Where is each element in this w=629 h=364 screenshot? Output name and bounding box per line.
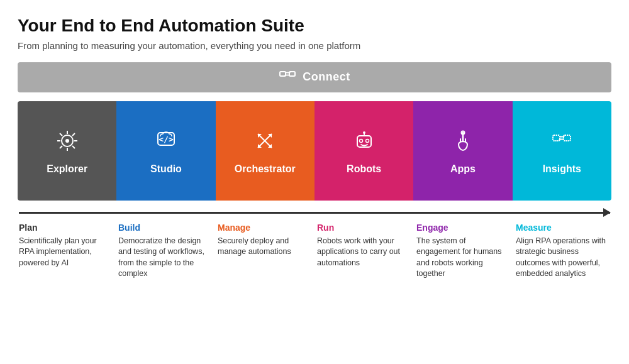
tile-studio-label: Studio bbox=[150, 163, 182, 175]
connect-label: Connect bbox=[303, 70, 350, 84]
svg-point-28 bbox=[365, 140, 369, 143]
connect-bar: Connect bbox=[18, 62, 611, 92]
svg-line-12 bbox=[60, 133, 62, 136]
desc-plan: Plan Scientifically plan your RPA implem… bbox=[18, 223, 114, 280]
desc-build-text: Democratize the design and testing of wo… bbox=[118, 236, 209, 280]
descriptions-row: Plan Scientifically plan your RPA implem… bbox=[18, 223, 611, 280]
svg-rect-0 bbox=[280, 72, 286, 76]
tile-apps-label: Apps bbox=[450, 163, 476, 175]
tiles-row: Explorer </> Studio bbox=[18, 101, 611, 201]
desc-plan-text: Scientifically plan your RPA implementat… bbox=[19, 236, 110, 269]
tile-orchestrator[interactable]: Orchestrator bbox=[216, 101, 314, 201]
svg-line-13 bbox=[72, 133, 75, 136]
desc-engage: Engage The system of engagement for huma… bbox=[413, 223, 512, 280]
svg-rect-33 bbox=[564, 135, 571, 141]
studio-icon: </> bbox=[153, 128, 179, 157]
arrow-row bbox=[18, 212, 611, 214]
tile-studio[interactable]: </> Studio bbox=[116, 101, 215, 201]
desc-manage-text: Securely deploy and manage automations bbox=[218, 236, 309, 258]
orchestrator-icon bbox=[252, 128, 278, 157]
robots-icon bbox=[351, 128, 377, 157]
connect-icon bbox=[279, 67, 296, 88]
tile-robots-label: Robots bbox=[347, 163, 381, 175]
desc-build: Build Democratize the design and testing… bbox=[114, 223, 214, 280]
tile-robots[interactable]: Robots bbox=[314, 101, 413, 201]
svg-line-14 bbox=[60, 146, 62, 148]
desc-measure-heading: Measure bbox=[516, 223, 607, 233]
svg-point-30 bbox=[363, 131, 365, 134]
desc-run-text: Robots work with your applications to ca… bbox=[317, 236, 408, 269]
desc-build-heading: Build bbox=[118, 223, 209, 233]
tile-orchestrator-label: Orchestrator bbox=[235, 163, 296, 175]
apps-icon bbox=[450, 128, 476, 157]
tile-explorer-label: Explorer bbox=[47, 163, 87, 175]
desc-measure-text: Align RPA operations with strategic busi… bbox=[516, 236, 607, 280]
progress-arrow bbox=[19, 212, 610, 214]
tile-insights-label: Insights bbox=[543, 163, 581, 175]
desc-engage-heading: Engage bbox=[416, 223, 508, 233]
explorer-icon bbox=[54, 128, 81, 157]
tile-apps[interactable]: Apps bbox=[413, 101, 512, 201]
desc-manage: Manage Securely deploy and manage automa… bbox=[214, 223, 313, 280]
tile-insights[interactable]: Insights bbox=[513, 101, 611, 201]
page-title: Your End to End Automation Suite bbox=[18, 15, 611, 36]
desc-run: Run Robots work with your applications t… bbox=[313, 223, 413, 280]
svg-line-15 bbox=[72, 146, 75, 148]
page-subtitle: From planning to measuring your automati… bbox=[18, 40, 611, 51]
desc-engage-text: The system of engagement for humans and … bbox=[416, 236, 508, 280]
desc-measure: Measure Align RPA operations with strate… bbox=[512, 223, 611, 280]
tile-explorer[interactable]: Explorer bbox=[18, 101, 116, 201]
desc-manage-heading: Manage bbox=[218, 223, 309, 233]
svg-point-11 bbox=[65, 139, 69, 143]
svg-rect-32 bbox=[553, 135, 560, 141]
svg-point-27 bbox=[359, 140, 362, 143]
desc-run-heading: Run bbox=[317, 223, 408, 233]
svg-rect-1 bbox=[289, 72, 295, 76]
insights-icon bbox=[548, 128, 575, 157]
desc-plan-heading: Plan bbox=[19, 223, 110, 233]
